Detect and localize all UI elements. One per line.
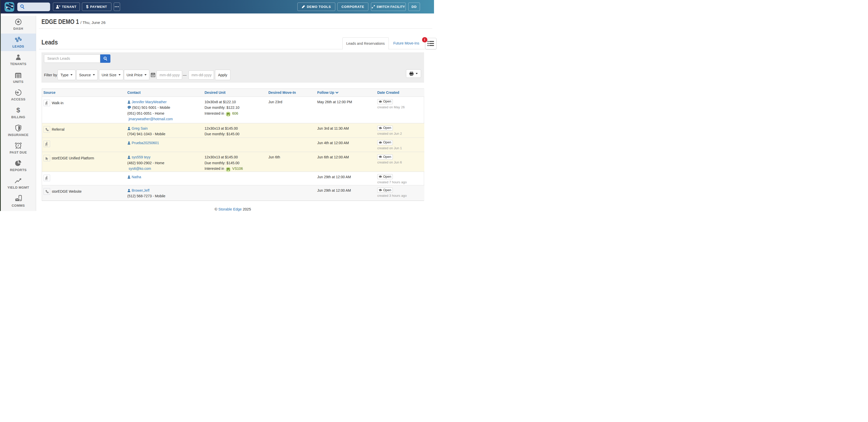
svg-text:$: $: [16, 107, 20, 113]
